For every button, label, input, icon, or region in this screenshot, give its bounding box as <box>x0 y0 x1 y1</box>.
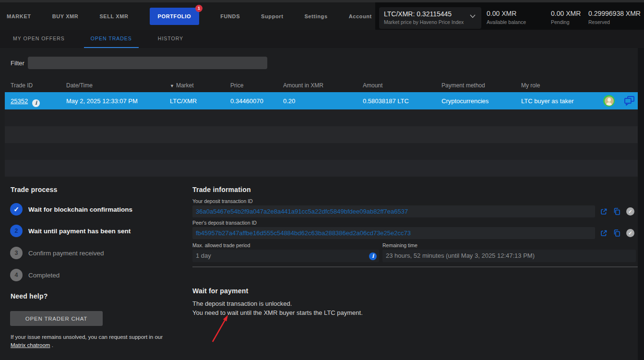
portfolio-notification-badge: 1 <box>195 5 203 12</box>
column-header-amount[interactable]: Amount <box>363 82 382 89</box>
chevron-down-icon <box>470 14 476 18</box>
column-header-amount-xmr[interactable]: Amount in XMR <box>283 82 323 89</box>
support-help-suffix: . <box>50 342 53 348</box>
pending-balance-label: Pending <box>551 19 581 25</box>
open-in-explorer-icon[interactable] <box>600 208 608 216</box>
column-header-datetime[interactable]: Date/Time <box>66 82 93 89</box>
table-header-row: Trade ID Date/Time ▼Market Price Amount … <box>5 79 638 92</box>
tab-my-open-offers[interactable]: MY OPEN OFFERS <box>6 30 72 48</box>
column-header-market-label: Market <box>176 82 194 89</box>
open-in-explorer-icon[interactable] <box>600 229 608 237</box>
main-nav: MARKET BUY XMR SELL XMR PORTFOLIO 1 FUND… <box>7 2 372 30</box>
trade-step-4: 4 Completed <box>10 269 60 281</box>
scrollbar-track[interactable] <box>638 48 644 360</box>
sort-desc-icon: ▼ <box>170 84 174 88</box>
peer-txid-field[interactable]: fb45957b27a47affbe16d555c54884bd62c63ba2… <box>192 227 595 239</box>
red-arrow-annotation-icon <box>206 312 231 346</box>
peer-txid-actions: ✓ <box>600 229 634 237</box>
nav-item-portfolio-label: PORTFOLIO <box>158 13 191 19</box>
portfolio-tabbar: MY OPEN OFFERS OPEN TRADES HISTORY <box>0 30 644 48</box>
market-price-value: LTC/XMR: 0.32115445 <box>384 10 477 18</box>
reserved-balance: 0.29996938 XMR Reserved <box>588 10 641 25</box>
nav-item-support[interactable]: Support <box>261 13 283 19</box>
nav-item-buy-xmr[interactable]: BUY XMR <box>52 13 79 19</box>
haveno-window: MARKET BUY XMR SELL XMR PORTFOLIO 1 FUND… <box>0 0 644 360</box>
trade-period-info-icon[interactable]: i <box>369 252 377 260</box>
trade-amount-xmr-cell: 0.20 <box>283 97 295 105</box>
peer-avatar[interactable] <box>603 95 615 107</box>
trade-market-cell: LTC/XMR <box>170 97 197 105</box>
your-txid-label: Your deposit transaction ID <box>192 198 253 204</box>
nav-item-market[interactable]: MARKET <box>7 13 31 19</box>
pending-balance-value: 0.00 XMR <box>551 10 581 17</box>
trade-datetime-cell: May 2, 2025 12:33:07 PM <box>66 97 138 105</box>
empty-row <box>5 109 638 126</box>
trade-step-3: 3 Confirm payment received <box>10 247 104 259</box>
matrix-chatroom-link[interactable]: Matrix chatroom <box>11 342 50 348</box>
txid-confirmed-icon: ✓ <box>626 229 634 237</box>
trader-chat-icon[interactable] <box>623 96 635 106</box>
available-balance-label: Available balance <box>487 19 526 25</box>
copy-txid-icon[interactable] <box>613 207 621 216</box>
open-trader-chat-button[interactable]: OPEN TRADER CHAT <box>10 311 103 326</box>
market-price-selector[interactable]: LTC/XMR: 0.32115445 Market price by Have… <box>379 7 481 29</box>
empty-row <box>5 143 638 160</box>
column-header-payment-method[interactable]: Payment method <box>441 82 485 89</box>
trade-id-cell: 25352i <box>11 97 40 107</box>
top-navigation-bar: MARKET BUY XMR SELL XMR PORTFOLIO 1 FUND… <box>0 2 644 30</box>
reserved-balance-value: 0.29996938 XMR <box>588 10 641 17</box>
trade-id-link[interactable]: 25352 <box>11 97 28 105</box>
empty-row <box>5 160 638 177</box>
trade-payment-method-cell: Cryptocurrencies <box>441 97 489 105</box>
pending-balance: 0.00 XMR Pending <box>551 10 581 25</box>
column-header-trade-id[interactable]: Trade ID <box>11 82 33 89</box>
your-txid-field[interactable]: 36a0a5467e54b2f9a047a2e8a441a91cc5a22dfc… <box>192 205 595 217</box>
section-divider <box>192 266 638 267</box>
your-txid-actions: ✓ <box>600 207 634 216</box>
step-1-label: Wait for blockchain confirmations <box>28 206 132 213</box>
nav-item-portfolio[interactable]: PORTFOLIO 1 <box>150 8 200 25</box>
peer-txid-label: Peer's deposit transaction ID <box>192 220 257 226</box>
step-4-label: Completed <box>28 272 60 279</box>
market-price-source: Market price by Haveno Price Index <box>384 19 477 25</box>
trade-info-icon[interactable]: i <box>32 99 40 107</box>
max-trade-period-field: 1 day <box>192 250 379 262</box>
step-1-check-circle: ✓ <box>10 203 23 216</box>
support-help-text: If your issue remains unsolved, you can … <box>11 333 169 349</box>
nav-item-settings[interactable]: Settings <box>304 13 327 19</box>
column-header-my-role[interactable]: My role <box>521 82 540 89</box>
empty-row <box>5 126 638 143</box>
tab-open-trades[interactable]: OPEN TRADES <box>84 30 139 48</box>
step-4-number-circle: 4 <box>10 269 23 281</box>
step-2-number-circle: 2 <box>10 225 23 237</box>
table-row-selected-trade[interactable]: 25352i May 2, 2025 12:33:07 PM LTC/XMR 0… <box>5 92 638 109</box>
nav-item-funds[interactable]: FUNDS <box>220 13 240 19</box>
trade-information-title: Trade information <box>192 186 251 193</box>
filter-label: Filter <box>11 60 24 67</box>
need-help-title: Need help? <box>11 292 48 300</box>
trade-step-1: ✓ Wait for blockchain confirmations <box>10 203 132 216</box>
trade-step-2: 2 Wait until payment has been sent <box>10 225 131 237</box>
trade-price-cell: 0.34460070 <box>230 97 263 105</box>
copy-txid-icon[interactable] <box>613 229 621 237</box>
step-3-number-circle: 3 <box>10 247 23 259</box>
filter-input[interactable] <box>28 57 267 69</box>
available-balance: 0.00 XMR Available balance <box>487 10 526 25</box>
txid-confirmed-icon: ✓ <box>626 207 634 216</box>
tab-history[interactable]: HISTORY <box>151 30 190 48</box>
trade-process-title: Trade process <box>11 186 58 193</box>
column-header-market[interactable]: ▼Market <box>170 82 194 89</box>
nav-item-account[interactable]: Account <box>349 13 372 19</box>
support-help-sentence: If your issue remains unsolved, you can … <box>11 334 163 340</box>
peer-avatar-face <box>605 96 614 106</box>
open-trades-table: Trade ID Date/Time ▼Market Price Amount … <box>5 79 638 177</box>
trade-amount-cell: 0.58038187 LTC <box>363 97 409 105</box>
column-header-price[interactable]: Price <box>230 82 243 89</box>
wait-payment-line1: The deposit transaction is unlocked. <box>192 300 292 307</box>
step-2-label: Wait until payment has been sent <box>28 228 131 235</box>
nav-item-sell-xmr[interactable]: SELL XMR <box>99 13 128 19</box>
step-3-label: Confirm payment received <box>28 250 104 257</box>
available-balance-value: 0.00 XMR <box>487 10 526 17</box>
remaining-time-label: Remaining time <box>382 242 417 248</box>
max-trade-period-label: Max. allowed trade period <box>192 242 250 248</box>
